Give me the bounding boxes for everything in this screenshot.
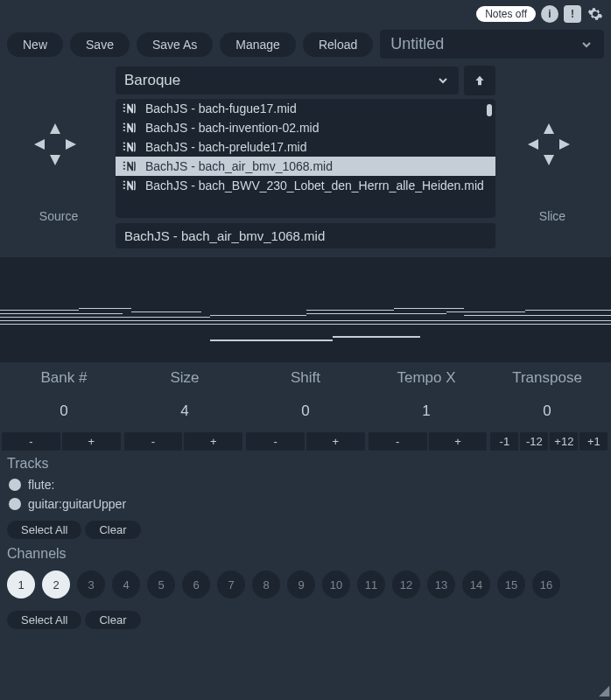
tracks-clear-button[interactable]: Clear	[85, 521, 140, 539]
transpose-step-button[interactable]: -1	[490, 432, 518, 451]
channel-button-4[interactable]: 4	[112, 570, 140, 598]
channel-button-11[interactable]: 11	[357, 570, 385, 598]
file-item[interactable]: BachJS - bach-fugue17.mid	[116, 99, 495, 118]
track-item[interactable]: guitar:guitarUpper	[0, 494, 611, 514]
save-as-button[interactable]: Save As	[137, 32, 213, 57]
track-toggle-dot[interactable]	[9, 479, 21, 491]
channel-button-5[interactable]: 5	[147, 570, 175, 598]
svg-rect-17	[123, 185, 125, 186]
bank-label: Bank #	[4, 369, 124, 387]
file-list[interactable]: BachJS - bach-fugue17.midBachJS - bach-i…	[116, 99, 495, 218]
bank-increment-button[interactable]: +	[62, 432, 121, 451]
svg-marker-20	[544, 155, 554, 165]
shift-increment-button[interactable]: +	[306, 432, 365, 451]
svg-rect-10	[123, 143, 125, 144]
svg-marker-22	[559, 139, 570, 150]
bank-decrement-button[interactable]: -	[2, 432, 60, 451]
arrows-icon	[29, 118, 81, 171]
transpose-step-button[interactable]: +12	[550, 432, 578, 451]
track-toggle-dot[interactable]	[9, 498, 21, 510]
source-arrow-pad[interactable]	[7, 83, 103, 206]
new-button[interactable]: New	[7, 32, 63, 57]
alert-button[interactable]: !	[564, 5, 581, 23]
channels-heading: Channels	[0, 541, 611, 565]
size-label: Size	[124, 369, 245, 387]
channel-button-6[interactable]: 6	[182, 570, 210, 598]
size-value: 4	[124, 402, 245, 420]
channel-button-12[interactable]: 12	[392, 570, 420, 598]
svg-marker-0	[50, 123, 60, 134]
chevron-down-icon	[436, 74, 450, 88]
transpose-step-button[interactable]: -12	[520, 432, 548, 451]
tempo-label: Tempo X	[366, 369, 487, 387]
channel-button-7[interactable]: 7	[217, 570, 245, 598]
settings-button[interactable]	[586, 5, 604, 23]
midi-file-icon	[123, 159, 138, 173]
size-decrement-button[interactable]: -	[124, 432, 183, 451]
file-item[interactable]: BachJS - bach_BWV_230_Lobet_den_Herrn_al…	[116, 176, 495, 195]
source-label: Source	[7, 209, 110, 223]
folder-select[interactable]: Baroque	[116, 66, 459, 94]
shift-decrement-button[interactable]: -	[246, 432, 305, 451]
midi-file-icon	[123, 140, 138, 154]
bank-value: 0	[4, 402, 124, 420]
file-name: BachJS - bach-fugue17.mid	[145, 102, 297, 116]
channels-select-all-button[interactable]: Select All	[7, 611, 81, 629]
channel-button-15[interactable]: 15	[497, 570, 525, 598]
svg-rect-11	[123, 146, 125, 148]
gear-icon	[587, 6, 603, 22]
size-increment-button[interactable]: +	[184, 432, 242, 451]
channels-clear-button[interactable]: Clear	[85, 611, 140, 629]
save-button[interactable]: Save	[70, 32, 130, 57]
channel-button-8[interactable]: 8	[252, 570, 280, 598]
manage-button[interactable]: Manage	[220, 32, 296, 57]
transpose-step-button[interactable]: +1	[579, 432, 607, 451]
midi-file-icon	[123, 102, 138, 116]
arrows-icon	[523, 118, 575, 171]
file-item[interactable]: BachJS - bach_air_bmv_1068.mid	[116, 157, 495, 176]
tempo-decrement-button[interactable]: -	[369, 432, 427, 451]
channel-button-10[interactable]: 10	[322, 570, 350, 598]
file-item[interactable]: BachJS - bach-invention-02.mid	[116, 118, 495, 137]
svg-rect-15	[123, 168, 125, 170]
svg-rect-14	[123, 165, 125, 167]
svg-rect-9	[123, 130, 125, 131]
chevron-down-icon	[579, 38, 593, 52]
arrow-up-icon	[473, 74, 487, 88]
tempo-value: 1	[366, 402, 487, 420]
scrollbar-thumb[interactable]	[487, 104, 492, 116]
resize-grip[interactable]: ◢	[599, 682, 609, 698]
svg-rect-13	[123, 162, 125, 164]
channel-button-1[interactable]: 1	[7, 570, 35, 598]
file-item[interactable]: BachJS - bach-prelude17.mid	[116, 137, 495, 157]
slice-label: Slice	[501, 209, 604, 223]
folder-name: Baroque	[124, 72, 180, 89]
channel-button-9[interactable]: 9	[287, 570, 315, 598]
file-name: BachJS - bach-invention-02.mid	[145, 121, 319, 135]
svg-rect-4	[123, 104, 125, 106]
notes-off-button[interactable]: Notes off	[476, 6, 536, 22]
file-name: BachJS - bach_air_bmv_1068.mid	[145, 159, 333, 173]
tempo-increment-button[interactable]: +	[429, 432, 488, 451]
track-item[interactable]: flute:	[0, 475, 611, 494]
channel-button-2[interactable]: 2	[42, 570, 70, 598]
channel-button-16[interactable]: 16	[532, 570, 560, 598]
info-button[interactable]: i	[541, 5, 558, 23]
channel-button-3[interactable]: 3	[77, 570, 105, 598]
piano-roll[interactable]	[0, 257, 611, 362]
folder-up-button[interactable]	[464, 66, 495, 95]
tracks-heading: Tracks	[0, 451, 611, 475]
file-name: BachJS - bach_BWV_230_Lobet_den_Herrn_al…	[145, 178, 484, 192]
file-name: BachJS - bach-prelude17.mid	[145, 140, 306, 154]
svg-marker-2	[34, 139, 45, 150]
reload-button[interactable]: Reload	[303, 32, 373, 57]
shift-value: 0	[245, 402, 366, 420]
tracks-select-all-button[interactable]: Select All	[7, 521, 81, 539]
preset-select[interactable]: Untitled	[380, 30, 604, 59]
transpose-value: 0	[487, 402, 607, 420]
slice-arrow-pad[interactable]	[501, 83, 597, 206]
track-name: flute:	[28, 478, 54, 492]
channel-button-13[interactable]: 13	[427, 570, 455, 598]
svg-rect-5	[123, 108, 125, 109]
channel-button-14[interactable]: 14	[462, 570, 490, 598]
